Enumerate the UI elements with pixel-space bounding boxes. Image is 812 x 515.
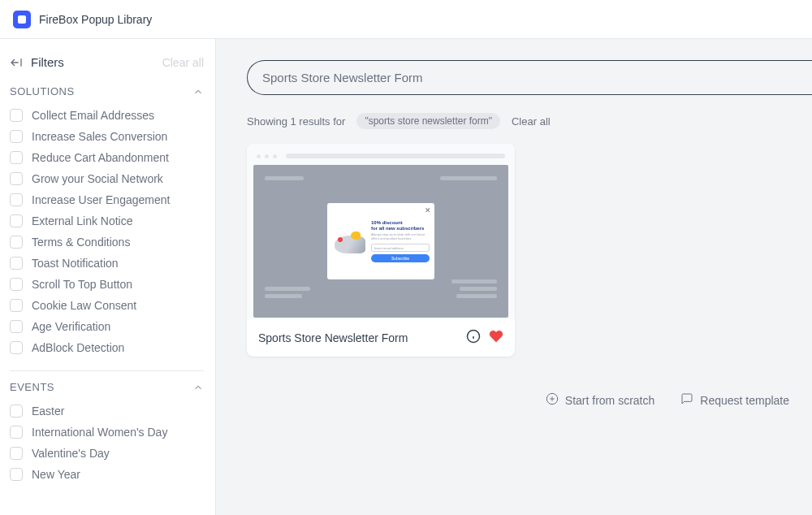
filter-item[interactable]: Grow your Social Network: [10, 172, 204, 185]
app-title: FireBox Popup Library: [39, 13, 152, 26]
info-icon[interactable]: [466, 329, 481, 347]
filter-item[interactable]: Reduce Cart Abandonment: [10, 151, 204, 164]
action-label: Request template: [700, 394, 789, 407]
filter-label: New Year: [32, 468, 80, 481]
filter-item[interactable]: AdBlock Detection: [10, 341, 204, 354]
checkbox[interactable]: [10, 426, 23, 439]
filter-label: Scroll To Top Button: [32, 278, 132, 291]
results-info: Showing 1 results for "sports store news…: [247, 113, 812, 129]
filter-item[interactable]: Terms & Conditions: [10, 236, 204, 249]
filters-label: Filters: [31, 55, 64, 69]
filter-item[interactable]: New Year: [10, 468, 204, 481]
section-header-solutions[interactable]: SOLUTIONS: [10, 85, 204, 97]
filter-section-solutions: SOLUTIONS Collect Email Addresses Increa…: [10, 85, 204, 354]
filter-section-events: EVENTS Easter International Women's Day …: [10, 381, 204, 481]
comment-icon: [680, 392, 693, 408]
card-footer: Sports Store Newsletter Form: [247, 319, 515, 357]
filter-label: Toast Notification: [32, 257, 119, 270]
filter-label: Increase Sales Conversion: [32, 130, 167, 143]
checkbox[interactable]: [10, 151, 23, 164]
preview-content: ✕ 10% discount for all new subscribers: [253, 165, 508, 318]
popup-sub: Always stay up to date with our latest o…: [371, 233, 430, 241]
filter-item[interactable]: Easter: [10, 405, 204, 418]
filter-list: Collect Email Addresses Increase Sales C…: [10, 109, 204, 354]
divider: [10, 370, 204, 371]
checkbox[interactable]: [10, 193, 23, 206]
filter-label: Collect Email Addresses: [32, 109, 154, 122]
filter-label: Age Verification: [32, 320, 110, 333]
bottom-actions: Start from scratch Request template: [247, 392, 812, 408]
filter-list: Easter International Women's Day Valenti…: [10, 405, 204, 481]
chevron-up-icon: [192, 86, 204, 97]
results-text: Showing 1 results for: [247, 115, 345, 128]
start-from-scratch-button[interactable]: Start from scratch: [546, 392, 654, 408]
checkbox[interactable]: [10, 341, 23, 354]
filter-label: Cookie Law Consent: [32, 299, 136, 312]
sidebar: Filters Clear all SOLUTIONS Collect Emai…: [0, 39, 216, 515]
search-term-badge: "sports store newsletter form": [356, 113, 500, 129]
popup-preview: ✕ 10% discount for all new subscribers: [327, 203, 434, 279]
filter-item[interactable]: External Link Notice: [10, 214, 204, 227]
plus-circle-icon: [546, 392, 559, 408]
checkbox[interactable]: [10, 130, 23, 143]
filter-label: Terms & Conditions: [32, 236, 130, 249]
filter-item[interactable]: Age Verification: [10, 320, 204, 333]
filter-item[interactable]: Increase User Engagement: [10, 193, 204, 206]
filter-label: Reduce Cart Abandonment: [32, 151, 169, 164]
popup-input: Insert email address: [371, 244, 430, 252]
search-input[interactable]: [247, 60, 812, 95]
app-logo: [13, 11, 31, 28]
main-content: Showing 1 results for "sports store news…: [216, 39, 812, 515]
checkbox[interactable]: [10, 299, 23, 312]
popup-title: for all new subscribers: [371, 226, 430, 232]
action-label: Start from scratch: [565, 394, 654, 407]
filter-label: Increase User Engagement: [32, 193, 170, 206]
card-preview: ✕ 10% discount for all new subscribers: [247, 144, 515, 319]
section-title: SOLUTIONS: [10, 85, 75, 97]
checkbox[interactable]: [10, 214, 23, 227]
close-icon: ✕: [425, 206, 431, 214]
checkbox[interactable]: [10, 172, 23, 185]
request-template-button[interactable]: Request template: [680, 392, 789, 408]
heart-icon[interactable]: [489, 329, 503, 347]
collapse-icon[interactable]: [10, 56, 23, 69]
app-header: FireBox Popup Library: [0, 0, 812, 39]
filters-header: Filters Clear all: [10, 55, 204, 69]
template-card[interactable]: ✕ 10% discount for all new subscribers: [247, 144, 515, 357]
filter-item[interactable]: Toast Notification: [10, 257, 204, 270]
filter-item[interactable]: Cookie Law Consent: [10, 299, 204, 312]
checkbox[interactable]: [10, 278, 23, 291]
clear-all-results-button[interactable]: Clear all: [512, 115, 551, 128]
checkbox[interactable]: [10, 257, 23, 270]
card-title: Sports Store Newsletter Form: [258, 331, 408, 344]
clear-all-button[interactable]: Clear all: [162, 56, 204, 69]
checkbox[interactable]: [10, 468, 23, 481]
filter-item[interactable]: Collect Email Addresses: [10, 109, 204, 122]
chevron-up-icon: [192, 382, 204, 393]
filter-item[interactable]: Scroll To Top Button: [10, 278, 204, 291]
filter-label: Grow your Social Network: [32, 172, 163, 185]
filter-label: External Link Notice: [32, 214, 133, 227]
checkbox[interactable]: [10, 447, 23, 460]
shoe-image: [335, 229, 365, 253]
popup-btn: Subscribe: [371, 254, 430, 262]
filter-item[interactable]: Increase Sales Conversion: [10, 130, 204, 143]
checkbox[interactable]: [10, 320, 23, 333]
filter-label: Easter: [32, 405, 64, 418]
checkbox[interactable]: [10, 109, 23, 122]
checkbox[interactable]: [10, 236, 23, 249]
filter-label: AdBlock Detection: [32, 341, 124, 354]
filter-item[interactable]: Valentine's Day: [10, 447, 204, 460]
section-header-events[interactable]: EVENTS: [10, 381, 204, 393]
section-title: EVENTS: [10, 381, 54, 393]
popup-title: 10% discount: [371, 220, 430, 226]
filter-label: International Women's Day: [32, 426, 167, 439]
filter-label: Valentine's Day: [32, 447, 110, 460]
browser-bar: [253, 150, 508, 162]
filter-item[interactable]: International Women's Day: [10, 426, 204, 439]
checkbox[interactable]: [10, 405, 23, 418]
